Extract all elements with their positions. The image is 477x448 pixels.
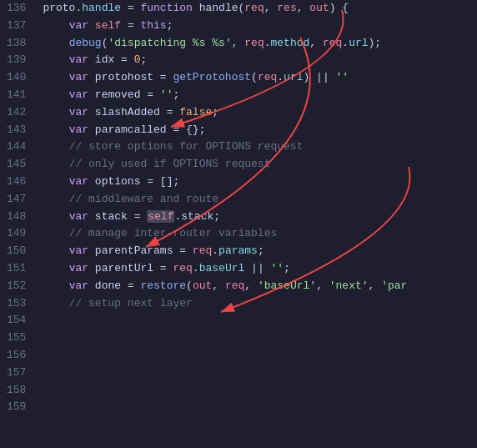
line-number: 143 [7, 122, 26, 139]
code-line: // only used if OPTIONS request [43, 156, 477, 174]
line-number: 147 [7, 191, 26, 209]
code-line: // manage inter-router variables [43, 225, 477, 243]
line-number: 142 [7, 104, 26, 122]
code-line: debug('dispatching %s %s', req.method, r… [43, 35, 477, 53]
line-number: 136 [7, 0, 26, 18]
line-number: 151 [7, 260, 26, 278]
line-number: 139 [7, 52, 26, 69]
line-number: 158 [7, 382, 26, 400]
line-number: 150 [7, 243, 26, 260]
code-line: var stack = self.stack; [43, 209, 477, 226]
code-line: var parentParams = req.params; [43, 243, 477, 260]
code-line: var removed = ''; [43, 87, 477, 104]
line-number: 138 [7, 35, 26, 53]
line-number: 154 [7, 312, 26, 330]
line-number: 148 [7, 209, 26, 226]
line-number: 159 [7, 399, 26, 416]
line-number: 156 [7, 347, 26, 365]
line-number: 146 [7, 174, 26, 191]
code-content: proto.handle = function handle(req, res,… [36, 0, 477, 448]
line-number: 144 [7, 138, 26, 156]
code-line: var done = restore(out, req, 'baseUrl', … [43, 278, 477, 295]
code-line: var idx = 0; [43, 52, 477, 69]
line-number: 145 [7, 156, 26, 174]
code-line: var parentUrl = req.baseUrl || ''; [43, 260, 477, 278]
code-line: // setup next layer [43, 295, 477, 313]
line-number: 155 [7, 330, 26, 347]
code-editor: 1361371381391401411421431441451461471481… [0, 0, 477, 448]
code-line: proto.handle = function handle(req, res,… [43, 0, 477, 18]
line-number: 153 [7, 295, 26, 313]
line-number: 149 [7, 225, 26, 243]
code-line: var protohost = getProtohost(req.url) ||… [43, 69, 477, 87]
line-number: 141 [7, 87, 26, 104]
line-number: 137 [7, 18, 26, 35]
line-number: 157 [7, 365, 26, 382]
code-line: var paramcalled = {}; [43, 122, 477, 139]
code-line: var slashAdded = false; [43, 104, 477, 122]
line-numbers: 1361371381391401411421431441451461471481… [0, 0, 36, 448]
code-line: var options = []; [43, 174, 477, 191]
code-line: // store options for OPTIONS request [43, 138, 477, 156]
line-number: 152 [7, 278, 26, 295]
line-number: 140 [7, 69, 26, 87]
code-line: var self = this; [43, 18, 477, 35]
code-line: // middleware and route [43, 191, 477, 209]
